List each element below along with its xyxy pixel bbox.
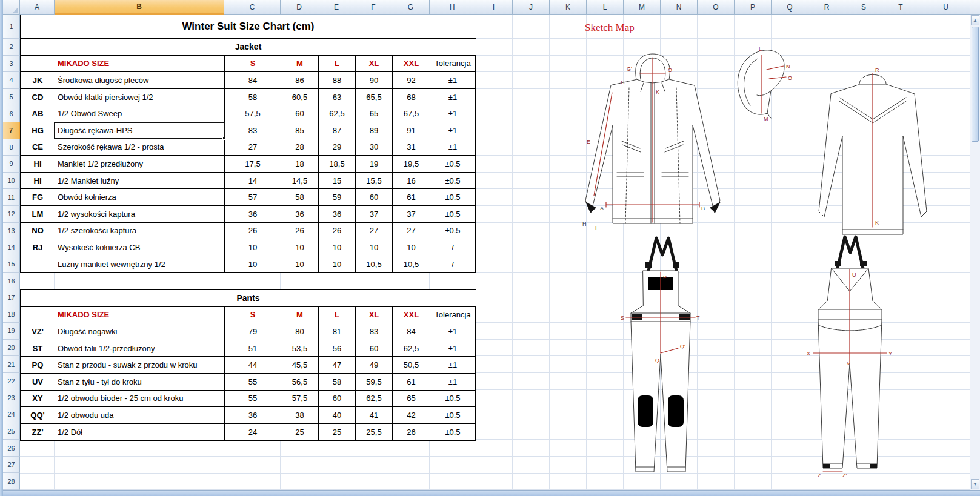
measure-desc-cell[interactable]: Obwód kołnierza [55, 189, 225, 206]
size-l-cell[interactable]: 10 [319, 239, 356, 256]
size-s-cell[interactable]: 27 [225, 139, 281, 156]
row-header-13[interactable]: 13 [3, 223, 20, 240]
size-xl-cell[interactable]: 90 [356, 72, 393, 89]
size-xxl-cell[interactable]: 67,5 [393, 105, 430, 122]
column-header-D[interactable]: D [281, 0, 318, 15]
size-column-header[interactable]: L [319, 307, 356, 324]
size-l-cell[interactable]: 62,5 [319, 105, 356, 122]
size-xxl-cell[interactable]: 26 [393, 424, 430, 441]
measure-desc-cell[interactable]: 1/2 Obwód Sweep [55, 105, 225, 122]
tolerance-cell[interactable]: ±1 [430, 89, 476, 106]
size-xl-cell[interactable]: 30 [356, 139, 393, 156]
size-xl-cell[interactable]: 15,5 [356, 173, 393, 190]
measure-desc-cell[interactable]: 1/2 Mankiet luźny [55, 173, 225, 190]
size-m-cell[interactable]: 18 [281, 156, 319, 173]
measure-code-cell[interactable]: LM [21, 206, 55, 223]
measure-desc-cell[interactable]: Obwód klatki piersiowej 1/2 [55, 89, 225, 106]
size-xl-cell[interactable]: 59,5 [356, 374, 393, 391]
size-s-cell[interactable]: 79 [225, 323, 281, 340]
jacket-front-sketch[interactable]: G' C O K E A B H I [582, 51, 724, 233]
column-header-J[interactable]: J [513, 0, 550, 15]
size-m-cell[interactable]: 86 [281, 72, 319, 89]
size-l-cell[interactable]: 47 [319, 357, 356, 374]
sketch-map-title[interactable]: Sketch Map [585, 22, 635, 34]
size-s-cell[interactable]: 10 [225, 239, 281, 256]
row-header-26[interactable]: 26 [3, 440, 20, 457]
size-xl-cell[interactable]: 65,5 [356, 89, 393, 106]
column-header-C[interactable]: C [224, 0, 281, 15]
measure-code-cell[interactable]: CD [21, 89, 55, 106]
column-header-F[interactable]: F [355, 0, 392, 15]
size-xxl-cell[interactable]: 10,5 [393, 256, 430, 273]
size-xxl-cell[interactable]: 19,5 [393, 156, 430, 173]
size-xxl-cell[interactable]: 91 [393, 122, 430, 139]
size-xl-cell[interactable]: 89 [356, 122, 393, 139]
row-header-20[interactable]: 20 [3, 340, 20, 357]
tolerance-cell[interactable]: ±0.5 [430, 407, 476, 424]
size-xxl-cell[interactable]: 10 [393, 239, 430, 256]
bottom-scroll-strip[interactable] [3, 490, 980, 496]
column-header-G[interactable]: G [392, 0, 430, 15]
size-xxl-cell[interactable]: 42 [393, 407, 430, 424]
size-l-cell[interactable]: 36 [319, 206, 356, 223]
row-header-15[interactable]: 15 [3, 256, 20, 273]
size-l-cell[interactable]: 56 [319, 340, 356, 357]
size-xxl-cell[interactable]: 62,5 [393, 340, 430, 357]
empty-header-cell[interactable] [21, 307, 55, 324]
tolerance-cell[interactable]: ±0.5 [430, 424, 476, 441]
scrollbar-track[interactable] [970, 142, 980, 478]
row-header-28[interactable]: 28 [3, 473, 20, 490]
pants-back-sketch[interactable]: U X Y V Z Z' [800, 233, 900, 478]
tolerance-cell[interactable]: ±1 [430, 323, 476, 340]
tolerance-cell[interactable]: / [430, 239, 476, 256]
column-header-I[interactable]: I [475, 0, 513, 15]
column-header-O[interactable]: O [698, 0, 735, 15]
measure-code-cell[interactable]: VZ' [21, 323, 55, 340]
row-header-2[interactable]: 2 [3, 39, 20, 56]
row-header-3[interactable]: 3 [3, 56, 20, 73]
tolerance-cell[interactable]: ±1 [430, 105, 476, 122]
size-column-header[interactable]: XL [356, 307, 393, 324]
measure-desc-cell[interactable]: Obwód talii 1/2-przedłużony [55, 340, 225, 357]
measure-code-cell[interactable]: RJ [21, 239, 55, 256]
tolerance-cell[interactable]: ±1 [430, 139, 476, 156]
measure-desc-cell[interactable]: Luźny mankiet wewnętrzny 1/2 [55, 256, 225, 273]
measure-code-cell[interactable]: ZZ' [21, 424, 55, 441]
size-m-cell[interactable]: 58 [281, 189, 319, 206]
scroll-down-button[interactable]: ▼ [971, 479, 979, 489]
size-xl-cell[interactable]: 60 [356, 340, 393, 357]
column-header-M[interactable]: M [624, 0, 661, 15]
measure-desc-cell[interactable]: 1/2 obwodu uda [55, 407, 225, 424]
column-header-B[interactable]: B [55, 0, 224, 15]
column-header-L[interactable]: L [587, 0, 624, 15]
size-column-header[interactable]: S [225, 307, 281, 324]
column-header-T[interactable]: T [882, 0, 919, 15]
row-header-12[interactable]: 12 [3, 206, 20, 223]
measure-code-cell[interactable]: JK [21, 72, 55, 89]
tolerance-cell[interactable]: ±1 [430, 122, 476, 139]
row-header-10[interactable]: 10 [3, 173, 20, 190]
size-m-cell[interactable]: 53,5 [281, 340, 319, 357]
sheet-title[interactable]: Winter Suit Size Chart (cm) [21, 15, 476, 39]
size-s-cell[interactable]: 26 [225, 223, 281, 240]
size-m-cell[interactable]: 85 [281, 122, 319, 139]
column-header-N[interactable]: N [661, 0, 698, 15]
size-m-cell[interactable]: 56,5 [281, 374, 319, 391]
measure-code-cell[interactable]: CE [21, 139, 55, 156]
jacket-back-sketch[interactable]: R K [815, 64, 930, 239]
size-xxl-cell[interactable]: 65 [393, 391, 430, 408]
row-header-16[interactable]: 16 [3, 273, 20, 289]
size-s-cell[interactable]: 17,5 [225, 156, 281, 173]
size-xl-cell[interactable]: 83 [356, 323, 393, 340]
hood-sketch[interactable]: L N O M [730, 45, 794, 124]
size-m-cell[interactable]: 26 [281, 223, 319, 240]
size-s-cell[interactable]: 44 [225, 357, 281, 374]
size-l-cell[interactable]: 29 [319, 139, 356, 156]
size-s-cell[interactable]: 51 [225, 340, 281, 357]
row-header-25[interactable]: 25 [3, 423, 20, 440]
size-l-cell[interactable]: 81 [319, 323, 356, 340]
tolerance-cell[interactable]: ±1 [430, 374, 476, 391]
row-header-21[interactable]: 21 [3, 356, 20, 373]
tolerance-cell[interactable]: ±0.5 [430, 391, 476, 408]
size-xl-cell[interactable]: 27 [356, 223, 393, 240]
